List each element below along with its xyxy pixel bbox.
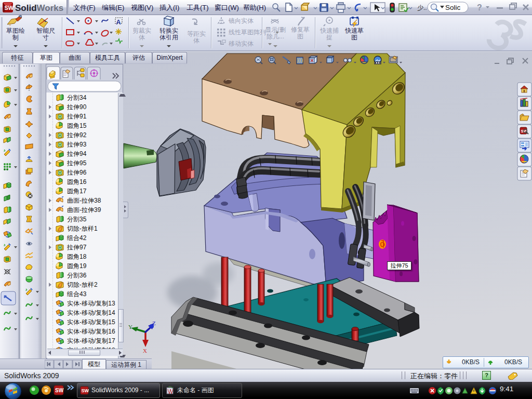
svg-text:图: 图 [297,33,303,40]
svg-text:修复草: 修复草 [291,26,310,33]
svg-text:Z: Z [152,320,156,326]
svg-text:制: 制 [12,34,19,41]
svg-text:剪裁实: 剪裁实 [132,27,151,34]
svg-text:寸: 寸 [43,34,49,41]
svg-text:显示/删: 显示/删 [265,26,285,33]
svg-text:Y: Y [128,324,132,330]
svg-text:A: A [116,18,121,26]
svg-text:SW: SW [55,388,64,393]
svg-text:少..: 少.. [417,4,427,11]
svg-text:体引用: 体引用 [159,34,178,41]
svg-text:?: ? [477,3,482,12]
svg-text:移动实体: 移动实体 [229,40,254,47]
svg-text:转换实: 转换实 [159,27,178,34]
svg-text:SW: SW [5,5,14,11]
svg-text:等距实: 等距实 [187,30,206,37]
svg-text:Solic: Solic [445,4,461,11]
svg-text:体: 体 [139,34,145,41]
svg-text:SW: SW [82,388,89,393]
svg-text:草图绘: 草图绘 [6,27,25,34]
svg-text:镜向实体: 镜向实体 [228,17,254,24]
svg-text:图: 图 [351,34,357,41]
svg-text:线性草图阵列: 线性草图阵列 [229,29,266,36]
svg-text:除几...: 除几... [267,33,284,40]
svg-text:捉: 捉 [326,34,332,41]
svg-text:体: 体 [193,37,200,44]
svg-text:智能尺: 智能尺 [36,27,55,34]
svg-text:快速草: 快速草 [344,27,364,34]
svg-text:快速捕: 快速捕 [320,27,339,34]
svg-text:SolidWorks: SolidWorks [15,3,63,13]
svg-text:X: X [143,348,147,354]
